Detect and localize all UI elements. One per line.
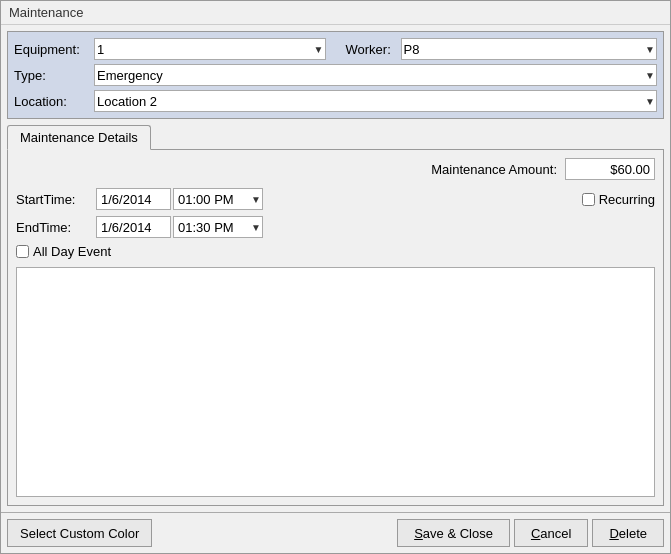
location-label: Location: <box>14 94 94 109</box>
window-content: Equipment: 1 ▼ Worker: P8 ▼ <box>1 25 670 512</box>
top-section: Equipment: 1 ▼ Worker: P8 ▼ <box>7 31 664 119</box>
endtime-label: EndTime: <box>16 220 96 235</box>
tabs: Maintenance Details <box>7 125 664 149</box>
starttime-left: StartTime: 01:00 PM ▼ <box>16 188 566 210</box>
all-day-checkbox[interactable] <box>16 245 29 258</box>
location-select-wrapper: Location 2 ▼ <box>94 90 657 112</box>
save-underline: S <box>414 526 423 541</box>
start-date-input[interactable] <box>96 188 171 210</box>
amount-input[interactable] <box>565 158 655 180</box>
footer: Select Custom Color Save & Close Cancel … <box>1 512 670 553</box>
delete-button[interactable]: Delete <box>592 519 664 547</box>
equipment-label: Equipment: <box>14 42 94 57</box>
cancel-underline: C <box>531 526 540 541</box>
worker-label: Worker: <box>346 42 401 57</box>
tab-container: Maintenance Details Maintenance Amount: … <box>7 125 664 506</box>
start-time-select-wrapper: 01:00 PM ▼ <box>173 188 263 210</box>
tab-maintenance-details[interactable]: Maintenance Details <box>7 125 151 150</box>
type-select-wrapper: Emergency ▼ <box>94 64 657 86</box>
tab-content: Maintenance Amount: StartTime: 01:00 PM … <box>7 149 664 506</box>
worker-select[interactable]: P8 <box>401 38 658 60</box>
recurring-area: Recurring <box>582 192 655 207</box>
type-label: Type: <box>14 68 94 83</box>
end-time-select-wrapper: 01:30 PM ▼ <box>173 216 263 238</box>
equipment-right: Worker: P8 ▼ <box>346 38 658 60</box>
footer-left: Select Custom Color <box>7 519 397 547</box>
end-date-input[interactable] <box>96 216 171 238</box>
start-time-select[interactable]: 01:00 PM <box>173 188 263 210</box>
equipment-select[interactable]: 1 <box>94 38 326 60</box>
recurring-checkbox[interactable] <box>582 193 595 206</box>
cancel-button[interactable]: Cancel <box>514 519 588 547</box>
notes-area[interactable] <box>16 267 655 497</box>
amount-label: Maintenance Amount: <box>431 162 557 177</box>
footer-right: Save & Close Cancel Delete <box>397 519 664 547</box>
window-title: Maintenance <box>1 1 670 25</box>
type-row: Type: Emergency ▼ <box>14 64 657 86</box>
starttime-row: StartTime: 01:00 PM ▼ Recurring <box>16 188 655 210</box>
location-row: Location: Location 2 ▼ <box>14 90 657 112</box>
all-day-label[interactable]: All Day Event <box>33 244 111 259</box>
delete-underline: D <box>609 526 618 541</box>
recurring-label[interactable]: Recurring <box>599 192 655 207</box>
starttime-label: StartTime: <box>16 192 96 207</box>
endtime-row: EndTime: 01:30 PM ▼ <box>16 216 655 238</box>
equipment-worker-row: Equipment: 1 ▼ Worker: P8 ▼ <box>14 38 657 60</box>
end-time-select[interactable]: 01:30 PM <box>173 216 263 238</box>
worker-select-wrapper: P8 ▼ <box>401 38 658 60</box>
maintenance-amount-row: Maintenance Amount: <box>16 158 655 180</box>
maintenance-window: Maintenance Equipment: 1 ▼ Worker: <box>0 0 671 554</box>
equipment-select-wrapper: 1 ▼ <box>94 38 326 60</box>
location-select[interactable]: Location 2 <box>94 90 657 112</box>
type-select[interactable]: Emergency <box>94 64 657 86</box>
all-day-row: All Day Event <box>16 244 655 259</box>
equipment-left: Equipment: 1 ▼ <box>14 38 326 60</box>
save-close-button[interactable]: Save & Close <box>397 519 510 547</box>
custom-color-button[interactable]: Select Custom Color <box>7 519 152 547</box>
